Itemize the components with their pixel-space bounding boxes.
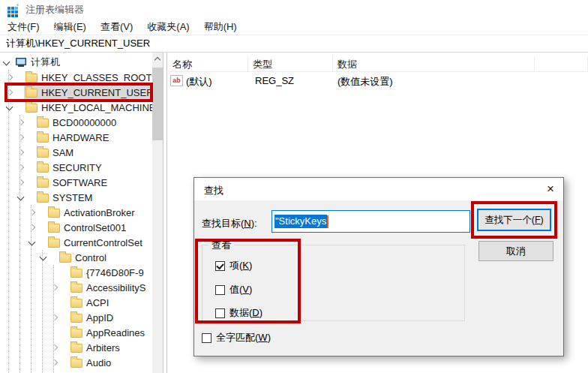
- selected-text: "StickyKeys: [274, 215, 327, 228]
- look-at-groupbox: 查看 项(K) 值(V) 数据(D): [202, 245, 465, 321]
- tree-item-label: SAM: [52, 147, 74, 158]
- chevron-right-icon[interactable]: [16, 175, 26, 190]
- button-accesskey: F: [535, 215, 541, 225]
- tree-item-label: AppReadines: [86, 327, 145, 338]
- chevron-right-icon[interactable]: [16, 130, 26, 145]
- tree-item-label: HKEY_CURRENT_USER: [41, 87, 152, 98]
- tree-item-activationbroker[interactable]: ActivationBroker: [0, 205, 152, 220]
- folder-icon: [48, 209, 60, 218]
- chevron-right-icon[interactable]: [16, 160, 26, 175]
- menu-edit[interactable]: 编辑(E): [47, 20, 93, 34]
- cancel-button[interactable]: 取消: [478, 241, 554, 261]
- main-area: 计算机 HKEY_CLASSES_ROOT HKEY_CURRENT_USER …: [0, 53, 588, 373]
- menu-view[interactable]: 查看(V): [94, 20, 140, 34]
- menu-file[interactable]: 文件(F): [1, 20, 46, 34]
- chevron-right-icon[interactable]: [50, 355, 60, 370]
- dialog-title-bar[interactable]: 查找 ×: [194, 178, 563, 200]
- checkbox-keys[interactable]: 项(K): [215, 260, 252, 272]
- menu-favorites[interactable]: 收藏夹(A): [140, 20, 196, 34]
- folder-icon: [37, 134, 49, 143]
- chevron-right-icon[interactable]: [4, 85, 15, 100]
- tree-item-appreadiness[interactable]: AppReadines: [0, 325, 152, 340]
- checkbox-unchecked-icon[interactable]: [215, 285, 225, 295]
- menu-help[interactable]: 帮助(H): [197, 20, 244, 34]
- tree-item-label: SOFTWARE: [52, 177, 107, 188]
- tree-item-sam[interactable]: SAM: [0, 145, 152, 160]
- reg-sz-ab-icon: ab: [170, 75, 183, 86]
- tree-item-accessibility[interactable]: AccessibilityS: [0, 280, 152, 295]
- tree-item-label: ACPI: [86, 297, 109, 308]
- find-next-button[interactable]: 查找下一个(F): [477, 209, 551, 231]
- tree-item-label: AppID: [86, 312, 113, 323]
- chevron-right-icon[interactable]: [27, 205, 38, 220]
- value-type: REG_SZ: [255, 75, 294, 86]
- tree-item-currentcontrolset[interactable]: CurrentControlSet: [0, 235, 152, 250]
- list-header: 名称 类型 数据: [168, 56, 588, 73]
- checkbox-checked-icon[interactable]: [215, 261, 225, 271]
- tree-item-system[interactable]: SYSTEM: [0, 190, 152, 205]
- panel-splitter[interactable]: [163, 53, 167, 373]
- tree-item-label: HARDWARE: [52, 132, 109, 143]
- tree-item-bcd00000000[interactable]: BCD00000000: [0, 115, 152, 130]
- chevron-right-icon[interactable]: [27, 220, 38, 235]
- checkbox-label: 全字匹配(W): [216, 331, 271, 344]
- tree-item-computer[interactable]: 计算机: [0, 55, 152, 70]
- tree-item-hkey-local-machine[interactable]: HKEY_LOCAL_MACHINE: [0, 100, 152, 115]
- checkbox-unchecked-icon[interactable]: [202, 333, 212, 343]
- chevron-down-icon[interactable]: [16, 190, 26, 205]
- tree-item-hkey-classes-root[interactable]: HKEY_CLASSES_ROOT: [0, 70, 152, 85]
- scrollbar-thumb[interactable]: [152, 68, 163, 140]
- tree-scrollbar[interactable]: [152, 53, 163, 373]
- button-text: ): [541, 215, 544, 225]
- expander-placeholder: [50, 295, 60, 310]
- tree-item-label: SYSTEM: [52, 192, 92, 203]
- chevron-down-icon[interactable]: [2, 55, 12, 70]
- folder-icon: [26, 104, 38, 113]
- chevron-right-icon[interactable]: [50, 340, 60, 355]
- title-bar: 注册表编辑器: [0, 0, 588, 19]
- chevron-down-icon[interactable]: [4, 100, 15, 115]
- chevron-right-icon[interactable]: [16, 145, 26, 160]
- checkbox-unchecked-icon[interactable]: [215, 308, 225, 318]
- chevron-right-icon[interactable]: [50, 280, 60, 295]
- checkbox-match-whole-word[interactable]: 全字匹配(W): [202, 331, 271, 344]
- tree-item-appid[interactable]: AppID: [0, 310, 152, 325]
- checkbox-values[interactable]: 值(V): [215, 284, 252, 296]
- registry-grid-icon: [7, 4, 19, 16]
- address-bar[interactable]: 计算机\HKEY_CURRENT_USER: [0, 35, 588, 53]
- chevron-right-icon[interactable]: [16, 115, 26, 130]
- chevron-right-icon[interactable]: [50, 310, 60, 325]
- tree-item-label: Audio: [86, 357, 111, 368]
- checkbox-data[interactable]: 数据(D): [215, 307, 262, 319]
- chevron-down-icon[interactable]: [38, 250, 49, 265]
- tree-item-arbiters[interactable]: Arbiters: [0, 340, 152, 355]
- column-header-data[interactable]: 数据: [333, 56, 535, 72]
- tree-item-label: BCD00000000: [52, 117, 116, 128]
- scrollbar-up-arrow-icon[interactable]: [152, 53, 163, 65]
- folder-icon: [70, 284, 82, 293]
- chevron-right-icon[interactable]: [4, 70, 15, 85]
- tree-item-hardware[interactable]: HARDWARE: [0, 130, 152, 145]
- tree-item-control[interactable]: Control: [0, 250, 152, 265]
- column-header-name[interactable]: 名称: [168, 56, 248, 72]
- dialog-title: 查找: [204, 184, 224, 197]
- tree-item-software[interactable]: SOFTWARE: [0, 175, 152, 190]
- tree-item-security[interactable]: SECURITY: [0, 160, 152, 175]
- find-dialog: 查找 × 查找目标(N): "StickyKeys 查找下一个(F) 取消 查看…: [194, 177, 564, 356]
- table-row[interactable]: ab (默认) REG_SZ (数值未设置): [168, 74, 588, 89]
- tree-item-controlset001[interactable]: ControlSet001: [0, 220, 152, 235]
- tree-item-guid-7746d80f[interactable]: {7746D80F-9: [0, 265, 152, 280]
- folder-icon: [70, 269, 82, 278]
- close-icon[interactable]: ×: [547, 182, 554, 195]
- label-accesskey: D: [252, 307, 259, 318]
- button-text: 查找下一个(: [484, 215, 535, 225]
- tree-item-hkey-current-user[interactable]: HKEY_CURRENT_USER: [0, 85, 152, 100]
- tree-item-audio[interactable]: Audio: [0, 355, 152, 370]
- tree-item-acpi[interactable]: ACPI: [0, 295, 152, 310]
- folder-icon: [26, 89, 38, 98]
- label-accesskey: N: [244, 218, 250, 229]
- folder-icon: [37, 179, 49, 188]
- search-input[interactable]: "StickyKeys: [272, 210, 470, 233]
- chevron-down-icon[interactable]: [27, 235, 38, 250]
- column-header-type[interactable]: 类型: [248, 56, 333, 72]
